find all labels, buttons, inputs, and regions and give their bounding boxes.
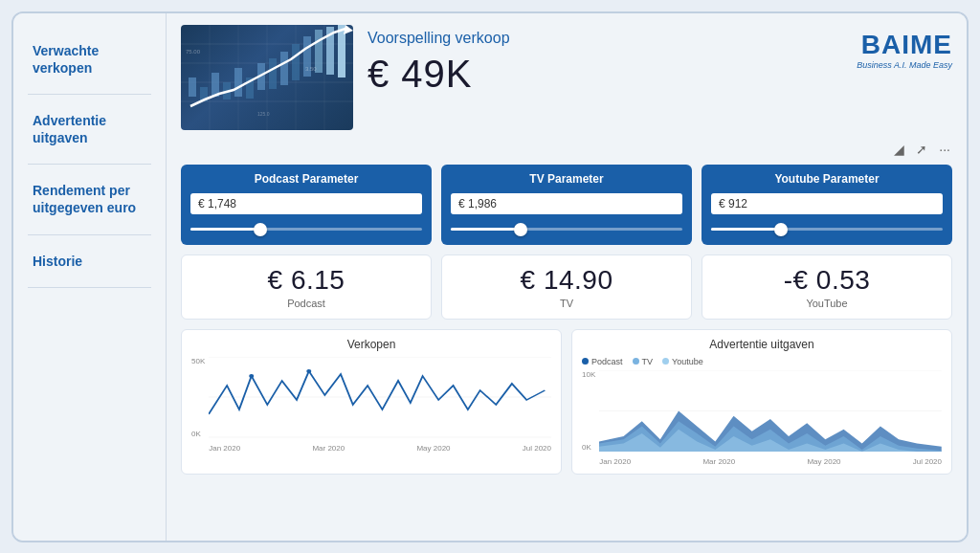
sidebar-item-advertentie-uitgaven[interactable]: Advertentie uitgaven <box>28 95 151 165</box>
tv-param-title: TV Parameter <box>451 172 682 186</box>
podcast-slider[interactable] <box>190 222 422 237</box>
sidebar-item-rendement[interactable]: Rendement per uitgegeven euro <box>28 165 151 234</box>
roi-podcast-card: € 6.15 Podcast <box>181 254 432 320</box>
main-container: Verwachte verkopen Advertentie uitgaven … <box>11 11 969 542</box>
svg-rect-16 <box>269 58 277 89</box>
advertentie-chart-title: Advertentie uitgaven <box>582 338 942 351</box>
roi-youtube-label: YouTube <box>712 298 942 309</box>
forecast-label: Voorspelling verkoop <box>368 30 842 47</box>
tv-slider[interactable] <box>451 222 682 237</box>
verkopen-x-axis: Jan 2020 Mar 2020 May 2020 Jul 2020 <box>209 444 551 453</box>
params-row: Podcast Parameter TV Parameter <box>181 165 952 245</box>
roi-tv-label: TV <box>452 298 681 309</box>
params-header: ◢ ➚ ··· <box>181 140 952 159</box>
svg-point-31 <box>306 369 311 373</box>
logo-text: BAIME <box>861 30 952 60</box>
youtube-param-title: Youtube Parameter <box>711 172 943 186</box>
sidebar: Verwachte verkopen Advertentie uitgaven … <box>13 13 167 541</box>
verkopen-chart-panel: Verkopen 50K 0K <box>181 329 562 475</box>
podcast-param-title: Podcast Parameter <box>190 172 422 186</box>
more-icon[interactable]: ··· <box>937 140 952 159</box>
charts-row: Verkopen 50K 0K <box>181 329 952 475</box>
sidebar-item-historie[interactable]: Historie <box>28 235 151 288</box>
roi-tv-card: € 14.90 TV <box>441 254 692 320</box>
roi-youtube-card: -€ 0.53 YouTube <box>702 254 952 320</box>
roi-youtube-value: -€ 0.53 <box>712 265 942 296</box>
svg-text:75.00: 75.00 <box>186 49 201 55</box>
roi-tv-value: € 14.90 <box>452 265 681 296</box>
advertentie-x-axis: Jan 2020 Mar 2020 May 2020 Jul 2020 <box>599 457 942 466</box>
forecast-value: € 49K <box>368 53 842 96</box>
advertentie-legend: Podcast TV Youtube <box>582 357 942 366</box>
podcast-param-card: Podcast Parameter <box>181 165 432 245</box>
stock-chart-image: 75.00 3.50 125.0 <box>181 25 353 130</box>
main-content: 75.00 3.50 125.0 Voorspelling verkoop € … <box>167 13 967 541</box>
roi-row: € 6.15 Podcast € 14.90 TV -€ 0.53 YouTub… <box>181 254 952 320</box>
forecast-block: Voorspelling verkoop € 49K <box>368 25 842 96</box>
export-icon[interactable]: ➚ <box>914 140 929 159</box>
svg-point-30 <box>249 374 254 378</box>
youtube-slider[interactable] <box>711 222 943 237</box>
sidebar-item-verwachte-verkopen[interactable]: Verwachte verkopen <box>28 33 151 95</box>
podcast-param-input[interactable] <box>190 193 422 214</box>
tv-param-input[interactable] <box>451 193 682 214</box>
svg-rect-17 <box>280 52 288 85</box>
filter-icon[interactable]: ◢ <box>892 140 906 159</box>
svg-text:3.50: 3.50 <box>305 66 317 72</box>
svg-rect-18 <box>292 44 300 80</box>
logo-subtitle: Business A.I. Made Easy <box>857 60 952 70</box>
logo-block: BAIME Business A.I. Made Easy <box>857 25 952 70</box>
advertentie-chart-panel: Advertentie uitgaven Podcast TV Youtube … <box>571 329 952 475</box>
verkopen-chart-title: Verkopen <box>191 338 551 351</box>
top-row: 75.00 3.50 125.0 Voorspelling verkoop € … <box>181 25 952 130</box>
svg-rect-13 <box>234 68 242 97</box>
svg-rect-9 <box>189 77 196 97</box>
svg-text:125.0: 125.0 <box>257 111 270 117</box>
verkopen-y-axis: 50K 0K <box>191 357 205 438</box>
roi-podcast-label: Podcast <box>191 298 421 309</box>
tv-param-card: TV Parameter <box>441 165 692 245</box>
advertentie-y-axis: 10K 0K <box>582 370 595 452</box>
youtube-param-card: Youtube Parameter <box>702 165 952 245</box>
roi-podcast-value: € 6.15 <box>191 265 421 296</box>
youtube-param-input[interactable] <box>711 193 943 214</box>
